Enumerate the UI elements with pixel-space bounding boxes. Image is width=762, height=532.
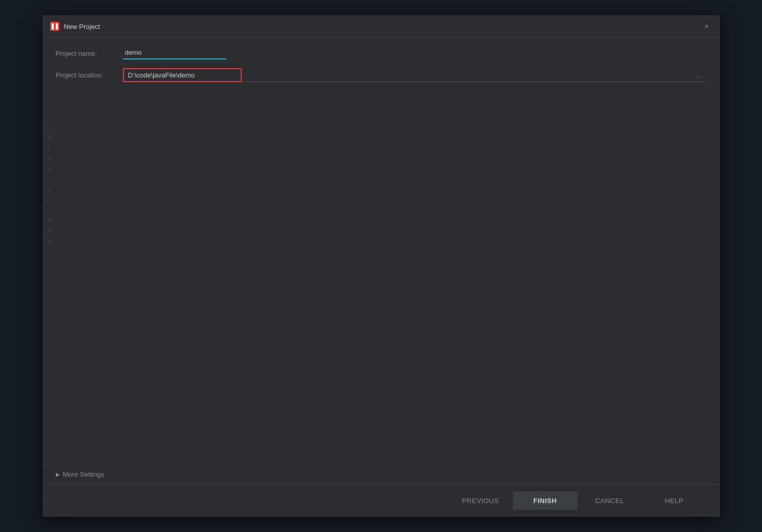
- svg-rect-1: [52, 23, 54, 29]
- project-location-label: Project location:: [56, 71, 123, 79]
- svg-rect-2: [56, 23, 58, 29]
- browse-button[interactable]: …: [692, 71, 707, 79]
- content-area: Project name: demo Project location: … x…: [43, 37, 719, 464]
- help-button[interactable]: HELP: [642, 491, 707, 510]
- title-bar: New Project ×: [43, 16, 719, 37]
- button-row: PREVIOUS FINISH CANCEL HELP: [43, 484, 719, 516]
- svg-rect-0: [50, 22, 59, 31]
- main-content: xatitpvicsnataick: [56, 82, 707, 453]
- more-settings-chevron-icon: ▶: [56, 472, 60, 477]
- dialog-overlay: New Project × Project name: demo Project…: [0, 0, 762, 532]
- close-button[interactable]: ×: [701, 20, 713, 33]
- edge-text-1: xatitpvicsnataick: [48, 123, 53, 246]
- new-project-dialog: New Project × Project name: demo Project…: [43, 15, 720, 517]
- project-location-input[interactable]: [123, 68, 242, 82]
- previous-button[interactable]: PREVIOUS: [448, 491, 513, 510]
- cancel-button[interactable]: CANCEL: [578, 491, 642, 510]
- more-settings-label: More Settings: [63, 471, 104, 478]
- dialog-title: New Project: [64, 23, 100, 30]
- finish-button[interactable]: FINISH: [513, 491, 578, 510]
- project-name-value: demo: [123, 48, 226, 59]
- location-field-wrapper: …: [123, 68, 707, 82]
- project-name-label: Project name:: [56, 50, 123, 57]
- app-icon: [50, 21, 60, 32]
- project-location-row: Project location: …: [56, 68, 707, 82]
- location-remaining-space: [242, 68, 707, 82]
- bottom-bar: ▶ More Settings PREVIOUS FINISH CANCEL H…: [43, 464, 719, 516]
- more-settings-row[interactable]: ▶ More Settings: [43, 464, 719, 484]
- project-name-row: Project name: demo: [56, 48, 707, 59]
